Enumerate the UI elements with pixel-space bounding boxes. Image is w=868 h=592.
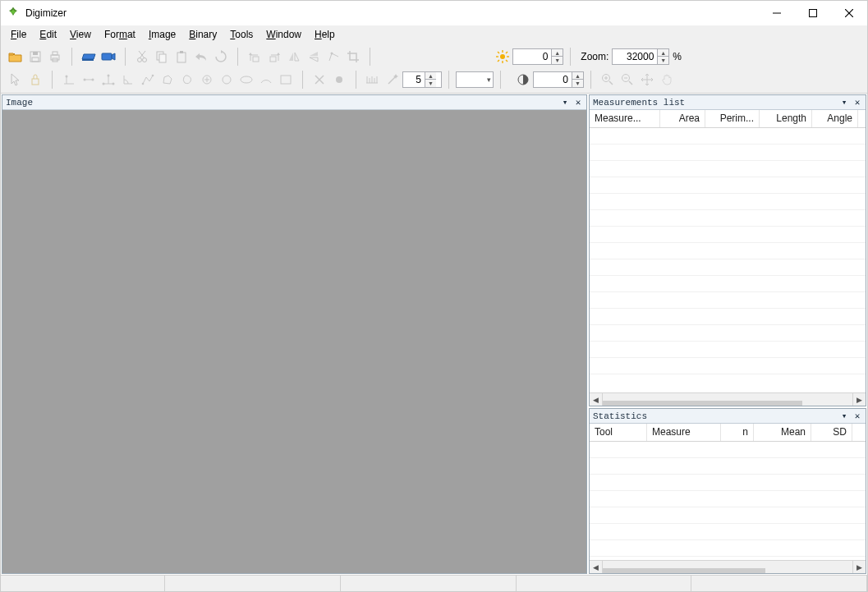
statistics-panel-close-icon[interactable]: ✕ — [851, 411, 864, 422]
zoom-spinner[interactable]: ▲▼ — [612, 48, 669, 65]
image-panel-menu-icon[interactable]: ▾ — [558, 97, 572, 108]
color-picker[interactable]: ▾ — [456, 71, 494, 88]
contrast-spinner[interactable]: ▲▼ — [533, 71, 584, 88]
line-width-up[interactable]: ▲ — [425, 72, 436, 80]
scroll-left-icon[interactable]: ◀ — [590, 393, 603, 406]
line-width-spinner[interactable]: ▲▼ — [402, 71, 442, 88]
menu-binary[interactable]: Binary — [182, 27, 223, 42]
marker-tool[interactable] — [329, 70, 349, 89]
table-row — [590, 458, 866, 475]
statistics-col-n[interactable]: n — [721, 424, 754, 441]
window-minimize-button[interactable] — [759, 1, 795, 25]
arc-tool[interactable] — [256, 70, 276, 89]
zoom-in-button[interactable] — [598, 70, 618, 89]
zoom-out-button[interactable] — [618, 70, 637, 89]
measurements-panel-close-icon[interactable]: ✕ — [851, 97, 864, 108]
undo-button[interactable] — [191, 47, 211, 67]
polygon-tool[interactable] — [158, 70, 177, 89]
table-row — [590, 161, 866, 177]
ellipse-tool[interactable] — [237, 70, 256, 89]
image-panel-close-icon[interactable]: ✕ — [572, 97, 585, 108]
path-tool[interactable] — [138, 70, 158, 89]
angle-tool[interactable] — [118, 70, 138, 89]
image-canvas[interactable] — [2, 110, 586, 573]
measurements-col-area[interactable]: Area — [660, 110, 705, 127]
crop-button[interactable] — [343, 47, 363, 67]
save-button[interactable] — [25, 47, 45, 67]
scanner-button[interactable] — [79, 47, 99, 67]
copy-button[interactable] — [152, 47, 172, 67]
menu-image[interactable]: Image — [142, 27, 182, 42]
free-rotate-button[interactable] — [324, 47, 343, 67]
perpendicular-tool[interactable] — [99, 70, 118, 89]
ruler-tool[interactable] — [363, 70, 383, 89]
table-row — [590, 507, 866, 524]
measurements-col-length[interactable]: Length — [760, 110, 812, 127]
circle-center-tool[interactable] — [197, 70, 217, 89]
statistics-hscroll[interactable]: ◀ ▶ — [590, 560, 866, 573]
status-cell — [517, 576, 692, 591]
brightness-up[interactable]: ▲ — [551, 49, 563, 57]
rotate-ccw-button[interactable] — [245, 47, 264, 67]
svg-rect-51 — [281, 76, 291, 84]
flip-horizontal-button[interactable] — [284, 47, 304, 67]
statistics-col-mean[interactable]: Mean — [754, 424, 811, 441]
menu-window[interactable]: Window — [259, 27, 308, 42]
measurements-col-measure[interactable]: Measure... — [590, 110, 660, 127]
scroll-right-icon[interactable]: ▶ — [852, 561, 866, 574]
window-close-button[interactable] — [831, 1, 867, 25]
statistics-panel-menu-icon[interactable]: ▾ — [838, 411, 851, 422]
line-width-input[interactable] — [403, 72, 425, 87]
line-tool[interactable] — [79, 70, 99, 89]
print-button[interactable] — [45, 47, 65, 67]
camera-button[interactable] — [99, 47, 118, 67]
contrast-input[interactable] — [534, 72, 572, 87]
statistics-col-sd[interactable]: SD — [811, 424, 852, 441]
measurements-hscroll[interactable]: ◀ ▶ — [590, 392, 866, 406]
menu-view[interactable]: View — [63, 27, 98, 42]
point-tool[interactable] — [59, 70, 79, 89]
zoom-up[interactable]: ▲ — [657, 49, 668, 57]
menu-tools[interactable]: Tools — [223, 27, 259, 42]
open-button[interactable] — [6, 47, 25, 67]
magic-wand-tool[interactable] — [383, 70, 402, 89]
redo-button[interactable] — [211, 47, 231, 67]
measurements-panel-menu-icon[interactable]: ▾ — [838, 97, 851, 108]
zoom-fit-button[interactable] — [637, 70, 657, 89]
svg-point-54 — [336, 76, 342, 83]
scroll-thumb[interactable] — [603, 568, 765, 574]
brightness-input[interactable] — [513, 49, 551, 64]
menu-help[interactable]: Help — [308, 27, 342, 42]
app-logo-icon — [6, 6, 21, 21]
pointer-tool[interactable] — [6, 70, 25, 89]
menu-edit[interactable]: Edit — [33, 27, 63, 42]
scroll-right-icon[interactable]: ▶ — [852, 393, 866, 406]
menu-file[interactable]: File — [4, 27, 33, 42]
delete-tool[interactable] — [310, 70, 329, 89]
measurements-col-angle[interactable]: Angle — [812, 110, 858, 127]
brightness-down[interactable]: ▼ — [551, 57, 563, 64]
lock-tool[interactable] — [25, 70, 45, 89]
contrast-up[interactable]: ▲ — [572, 72, 583, 80]
flip-vertical-button[interactable] — [304, 47, 324, 67]
zoom-input[interactable] — [613, 49, 657, 64]
paste-button[interactable] — [172, 47, 191, 67]
measurements-col-perim[interactable]: Perim... — [705, 110, 760, 127]
window-maximize-button[interactable] — [795, 1, 831, 25]
pan-button[interactable] — [657, 70, 677, 89]
menu-format[interactable]: Format — [98, 27, 142, 42]
zoom-down[interactable]: ▼ — [657, 57, 668, 64]
brightness-spinner[interactable]: ▲▼ — [512, 48, 563, 65]
statistics-col-measure[interactable]: Measure — [647, 424, 721, 441]
statistics-col-tool[interactable]: Tool — [590, 424, 647, 441]
statistics-rows — [590, 442, 866, 560]
rotate-cw-button[interactable] — [264, 47, 284, 67]
circle-tool[interactable] — [217, 70, 237, 89]
rectangle-tool[interactable] — [276, 70, 296, 89]
contrast-down[interactable]: ▼ — [572, 80, 583, 87]
scroll-left-icon[interactable]: ◀ — [590, 561, 603, 574]
cut-button[interactable] — [132, 47, 152, 67]
scroll-thumb[interactable] — [603, 401, 802, 406]
closed-spline-tool[interactable] — [177, 70, 197, 89]
line-width-down[interactable]: ▼ — [425, 80, 436, 87]
